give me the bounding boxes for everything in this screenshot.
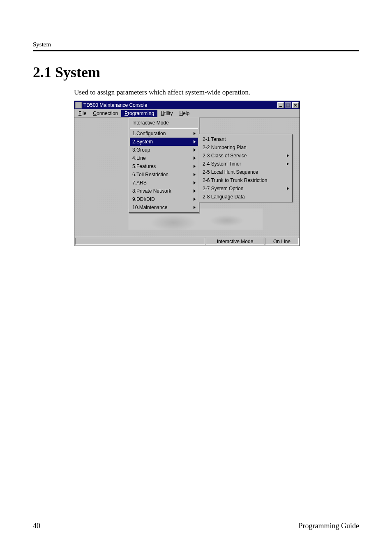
menu-help-label: Help xyxy=(179,111,189,116)
app-window: TD500 Maintenance Console File Connectio… xyxy=(74,101,300,246)
submenu-arrow-icon xyxy=(194,140,196,143)
sm-system-option[interactable]: 2-7 System Option xyxy=(200,184,291,193)
section-heading: 2.1 System xyxy=(33,64,359,81)
sm-label: 2-1 Tenant xyxy=(203,136,226,142)
menu-connection[interactable]: Connection xyxy=(90,110,121,117)
status-bar: Interactive Mode On Line xyxy=(74,237,300,246)
sm-class-of-service[interactable]: 2-3 Class of Service xyxy=(200,152,291,160)
dd-separator xyxy=(130,128,198,129)
submenu-arrow-icon xyxy=(194,189,196,193)
dd-interactive-mode[interactable]: Interactive Mode xyxy=(130,119,198,127)
maximize-button[interactable] xyxy=(285,102,291,108)
dd-label: 7.ARS xyxy=(132,180,147,186)
window-title: TD500 Maintenance Console xyxy=(83,102,277,108)
sm-numbering-plan[interactable]: 2-2 Numbering Plan xyxy=(200,143,291,152)
svg-rect-0 xyxy=(279,106,282,107)
menu-file-label: File xyxy=(78,111,86,116)
submenu-arrow-icon xyxy=(194,157,196,160)
menu-utility[interactable]: Utility xyxy=(157,110,176,117)
sm-label: 2-8 Language Data xyxy=(203,194,245,200)
sm-system-timer[interactable]: 2-4 System Timer xyxy=(200,160,291,168)
workspace: Interactive Mode 1.Configuration 2.Syste… xyxy=(74,117,300,237)
dd-ars[interactable]: 7.ARS xyxy=(130,179,198,187)
dd-label: 8.Private Network xyxy=(132,188,171,194)
dd-label: 10.Maintenance xyxy=(132,205,167,210)
submenu-arrow-icon xyxy=(194,165,196,168)
dd-label: 3.Group xyxy=(132,147,150,153)
dd-interactive-mode-label: Interactive Mode xyxy=(132,120,169,126)
dd-toll-restriction[interactable]: 6.Toll Restriction xyxy=(130,170,198,179)
dd-features[interactable]: 5.Features xyxy=(130,162,198,170)
menu-help[interactable]: Help xyxy=(176,110,193,117)
sm-tenant[interactable]: 2-1 Tenant xyxy=(200,135,291,143)
app-icon xyxy=(75,102,82,108)
dd-label: 9.DDI/DID xyxy=(132,196,155,202)
submenu-arrow-icon xyxy=(287,162,289,166)
page-footer: 40 Programming Guide xyxy=(33,519,359,530)
sm-local-hunt-sequence[interactable]: 2-5 Local Hunt Sequence xyxy=(200,168,291,176)
submenu-arrow-icon xyxy=(194,132,196,135)
dd-label: 1.Configuration xyxy=(132,131,166,136)
dd-label: 4.Line xyxy=(132,155,146,161)
section-description: Used to assign parameters which affect s… xyxy=(74,88,359,97)
submenu-arrow-icon xyxy=(194,206,196,209)
submenu-arrow-icon xyxy=(194,173,196,176)
footer-title: Programming Guide xyxy=(299,522,359,530)
footer-rule xyxy=(33,519,359,519)
menu-bar: File Connection Programming Utility Help xyxy=(74,109,300,117)
sm-label: 2-5 Local Hunt Sequence xyxy=(203,169,258,175)
submenu-arrow-icon xyxy=(194,181,196,184)
menu-programming-label: Programming xyxy=(125,111,154,116)
menu-file[interactable]: File xyxy=(75,110,90,117)
status-empty xyxy=(75,238,205,245)
submenu-arrow-icon xyxy=(287,187,289,190)
sm-trunk-to-trunk-restriction[interactable]: 2-6 Trunk to Trunk Restriction xyxy=(200,176,291,184)
menu-connection-label: Connection xyxy=(93,111,118,116)
page-header-label: System xyxy=(33,41,359,48)
sm-label: 2-3 Class of Service xyxy=(203,153,247,159)
dd-system[interactable]: 2.System xyxy=(130,138,198,146)
programming-dropdown: Interactive Mode 1.Configuration 2.Syste… xyxy=(129,117,199,213)
sm-label: 2-6 Trunk to Trunk Restriction xyxy=(203,177,267,183)
dd-private-network[interactable]: 8.Private Network xyxy=(130,187,198,195)
title-bar: TD500 Maintenance Console xyxy=(74,101,300,109)
dd-configuration[interactable]: 1.Configuration xyxy=(130,129,198,138)
dd-ddi-did[interactable]: 9.DDI/DID xyxy=(130,195,198,203)
system-submenu: 2-1 Tenant 2-2 Numbering Plan 2-3 Class … xyxy=(199,134,293,202)
sm-language-data[interactable]: 2-8 Language Data xyxy=(200,193,291,201)
dd-maintenance[interactable]: 10.Maintenance xyxy=(130,203,198,212)
sm-label: 2-2 Numbering Plan xyxy=(203,145,247,150)
page-number: 40 xyxy=(33,522,40,530)
submenu-arrow-icon xyxy=(287,154,289,157)
svg-rect-1 xyxy=(286,104,290,107)
submenu-arrow-icon xyxy=(194,148,196,152)
dd-label: 5.Features xyxy=(132,164,156,169)
close-button[interactable] xyxy=(292,102,299,108)
dd-label: 6.Toll Restriction xyxy=(132,172,168,177)
dd-label: 2.System xyxy=(132,139,153,145)
header-rule xyxy=(33,50,359,51)
sm-label: 2-4 System Timer xyxy=(203,161,241,167)
submenu-arrow-icon xyxy=(194,198,196,201)
dd-line[interactable]: 4.Line xyxy=(130,154,198,162)
status-mode: Interactive Mode xyxy=(206,238,264,245)
menu-programming[interactable]: Programming xyxy=(121,110,157,117)
sm-label: 2-7 System Option xyxy=(203,186,243,191)
minimize-button[interactable] xyxy=(277,102,284,108)
status-connection: On Line xyxy=(265,238,299,245)
menu-utility-label: Utility xyxy=(161,111,173,116)
dd-group[interactable]: 3.Group xyxy=(130,146,198,154)
